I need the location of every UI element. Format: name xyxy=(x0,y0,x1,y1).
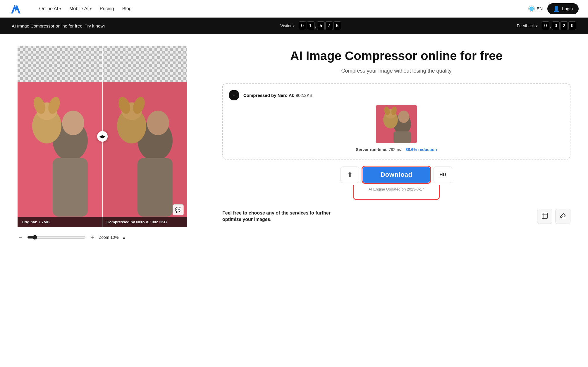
digit: 2 xyxy=(560,21,568,30)
digit-separator: , xyxy=(550,23,551,29)
zoom-in-button[interactable]: + xyxy=(89,234,95,241)
action-area: ⬆ Download HD AI Engine Updated on 2023-… xyxy=(222,167,570,200)
hd-button[interactable]: HD xyxy=(434,167,452,183)
main-content: ◀▶ Original: 7.7MB Compressed by Nero AI… xyxy=(0,34,588,367)
digit: 7 xyxy=(325,21,333,30)
feedbacks-digits: 0 , 0 2 0 xyxy=(541,21,576,30)
download-button-wrap: Download xyxy=(363,167,430,183)
upload-icon: ⬆ xyxy=(347,171,353,179)
visitors-digits: 0 1 , 5 7 6 xyxy=(298,21,341,30)
eraser-icon xyxy=(559,212,566,221)
globe-icon: 🌐 xyxy=(528,6,535,12)
digit: 5 xyxy=(317,21,325,30)
svg-rect-27 xyxy=(542,213,547,218)
nav-links: Online AI ▾ Mobile AI ▾ Pricing Blog xyxy=(36,4,519,13)
navbar: Online AI ▾ Mobile AI ▾ Pricing Blog 🌐 E… xyxy=(0,0,588,18)
engine-note-border: AI Engine Updated on 2023-8-17 xyxy=(353,185,440,200)
svg-rect-13 xyxy=(137,158,173,217)
zoom-dropdown-arrow[interactable]: ▲ xyxy=(122,235,126,240)
svg-rect-5 xyxy=(53,158,88,217)
crop-resize-button[interactable] xyxy=(537,209,552,224)
zoom-level: Zoom 10% xyxy=(99,235,119,240)
digit: 1 xyxy=(307,21,314,30)
result-thumbnail xyxy=(376,105,417,143)
digit-separator: , xyxy=(315,23,317,29)
svg-point-10 xyxy=(62,111,84,135)
visitors-label: Visitors: xyxy=(280,23,295,28)
result-header: ← Compressed by Nero AI: 902.2KB xyxy=(229,90,564,100)
digit: 0 xyxy=(568,21,576,30)
original-label: Original: 7.7MB xyxy=(18,217,102,227)
action-buttons: ⬆ Download HD xyxy=(222,167,570,183)
nav-right: 🌐 EN 👤 Login xyxy=(528,3,579,14)
zoom-controls: − + Zoom 10% ▲ xyxy=(18,232,205,243)
chevron-down-icon: ▾ xyxy=(59,7,61,11)
further-optimize-row: Feel free to choose any of the services … xyxy=(222,206,570,227)
user-icon: 👤 xyxy=(553,6,560,12)
controls-section: AI Image Compressor online for free Comp… xyxy=(222,46,570,227)
back-button[interactable]: ← xyxy=(229,90,239,100)
result-stats: Server run-time: 792ms 88.6% reduction xyxy=(229,147,564,152)
digit: 6 xyxy=(333,21,341,30)
download-button[interactable]: Download xyxy=(363,167,430,183)
erase-button[interactable] xyxy=(555,209,570,224)
page-subtitle: Compress your image without losing the q… xyxy=(222,68,570,74)
feedbacks-label: Feedbacks: xyxy=(517,23,538,28)
nav-pricing[interactable]: Pricing xyxy=(97,4,117,13)
svg-point-26 xyxy=(398,111,409,123)
zoom-slider[interactable] xyxy=(27,235,86,240)
optimize-icons xyxy=(537,209,570,224)
feedbacks-counter: Feedbacks: 0 , 0 2 0 xyxy=(517,21,576,30)
engine-note-row: AI Engine Updated on 2023-8-17 xyxy=(222,186,570,200)
svg-rect-21 xyxy=(393,131,411,143)
nav-online-ai[interactable]: Online AI ▾ xyxy=(36,4,64,13)
result-header-text: Compressed by Nero AI: 902.2KB xyxy=(243,93,312,98)
arrows-icon: ◀▶ xyxy=(99,134,106,139)
digit: 0 xyxy=(552,21,560,30)
svg-point-18 xyxy=(147,111,169,135)
announcement-banner: AI Image Compressor online for free. Try… xyxy=(0,18,588,34)
compressed-label: Compressed by Nero AI: 902.2KB xyxy=(102,217,187,227)
crop-icon xyxy=(541,212,548,221)
page-title: AI Image Compressor online for free xyxy=(222,49,570,63)
login-button[interactable]: 👤 Login xyxy=(547,3,579,14)
result-card: ← Compressed by Nero AI: 902.2KB xyxy=(222,83,570,160)
reduction-badge: 88.6% reduction xyxy=(405,147,437,152)
image-compare-container[interactable]: ◀▶ Original: 7.7MB Compressed by Nero AI… xyxy=(18,46,187,227)
digit: 0 xyxy=(299,21,306,30)
language-selector[interactable]: 🌐 EN xyxy=(528,6,543,12)
nav-mobile-ai[interactable]: Mobile AI ▾ xyxy=(66,4,94,13)
result-thumbnail-row xyxy=(229,105,564,143)
compare-handle[interactable]: ◀▶ xyxy=(97,131,108,142)
digit: 0 xyxy=(542,21,549,30)
upload-again-button[interactable]: ⬆ xyxy=(341,167,359,183)
chat-icon: 💬 xyxy=(175,207,181,213)
photo-left xyxy=(18,82,102,227)
image-compare-section: ◀▶ Original: 7.7MB Compressed by Nero AI… xyxy=(18,46,205,243)
nav-blog[interactable]: Blog xyxy=(119,4,135,13)
engine-note: AI Engine Updated on 2023-8-17 xyxy=(369,187,424,191)
feedback-button[interactable]: 💬 xyxy=(173,204,184,215)
further-optimize-text: Feel free to choose any of the services … xyxy=(222,210,333,223)
logo[interactable] xyxy=(9,2,22,15)
compare-labels: Original: 7.7MB Compressed by Nero AI: 9… xyxy=(18,217,187,227)
visitors-counter: Visitors: 0 1 , 5 7 6 xyxy=(280,21,341,30)
back-icon: ← xyxy=(232,92,236,98)
zoom-out-button[interactable]: − xyxy=(18,234,24,241)
chevron-down-icon: ▾ xyxy=(90,7,92,11)
banner-message: AI Image Compressor online for free. Try… xyxy=(12,23,105,28)
